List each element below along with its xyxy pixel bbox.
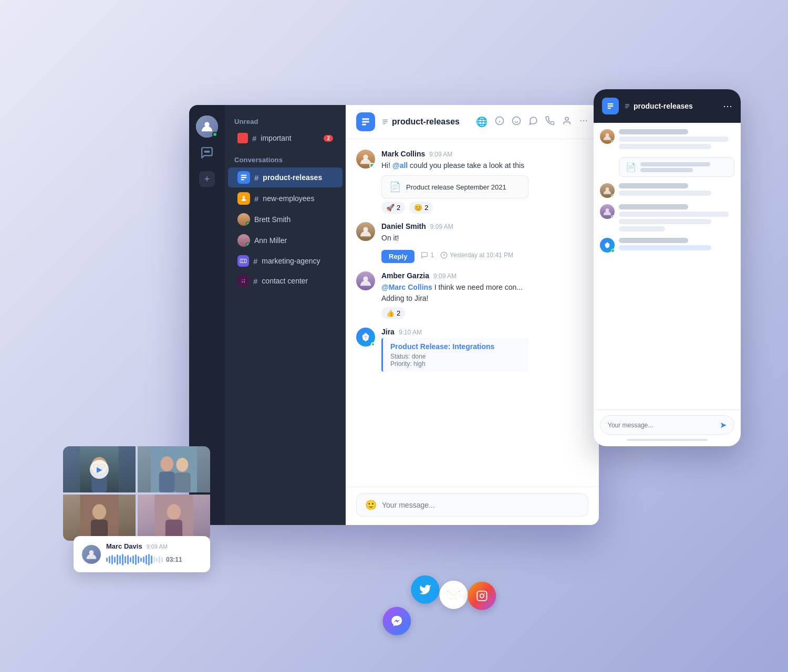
smile-emoji: 😊 xyxy=(414,204,422,212)
globe-icon[interactable]: 🌐 xyxy=(476,116,488,128)
messenger-icon[interactable] xyxy=(382,607,411,635)
reaction-thumbs[interactable]: 👍 2 xyxy=(381,307,405,319)
mobile-avatar-2 xyxy=(600,183,615,198)
social-icons-container xyxy=(382,586,496,614)
jira-card-title: Product Release: Integrations xyxy=(390,342,521,351)
attachment-card[interactable]: 📄 Product release September 2021 xyxy=(381,175,528,198)
sidebar-item-ann-miller[interactable]: Ann Miller xyxy=(228,230,343,250)
rocket-count: 2 xyxy=(397,204,400,212)
rocket-emoji: 🚀 xyxy=(386,204,395,212)
mobile-msg-3 xyxy=(600,204,734,232)
sidebar: Unread # important 2 Conversations # pro… xyxy=(225,105,346,525)
amber-garzia-content: Amber Garzia 9:09 AM @Marc Collins I thi… xyxy=(381,271,588,319)
audio-duration: 03:11 xyxy=(166,556,182,563)
reaction-rocket[interactable]: 🚀 2 xyxy=(381,202,405,214)
chat-input-box: 🙂 xyxy=(356,494,588,517)
mobile-avatar-1 xyxy=(600,129,615,144)
svg-point-3 xyxy=(208,151,209,152)
attachment-icon: 📄 xyxy=(389,181,401,193)
emoji-button[interactable]: 🙂 xyxy=(365,499,377,511)
daniel-smith-avatar xyxy=(356,222,375,241)
channel-header-icon xyxy=(356,112,375,131)
daniel-smith-time: 9:09 AM xyxy=(430,223,453,230)
svg-point-22 xyxy=(580,120,582,121)
message-jira: Jira 9:10 AM Product Release: Integratio… xyxy=(356,328,588,372)
amber-garzia-avatar xyxy=(356,271,375,290)
jira-avatar xyxy=(356,328,375,346)
svg-point-44 xyxy=(176,458,188,471)
svg-point-10 xyxy=(244,279,245,280)
important-label: important xyxy=(261,134,291,142)
thumbnail-2 xyxy=(138,446,210,492)
mobile-more-icon[interactable]: ⋯ xyxy=(723,100,732,112)
contact-icon[interactable] xyxy=(562,116,572,128)
thumbs-emoji: 👍 xyxy=(386,309,395,317)
gmail-icon[interactable] xyxy=(439,581,468,609)
svg-rect-14 xyxy=(362,124,366,125)
waveform xyxy=(106,553,163,566)
amber-garzia-name: Amber Garzia xyxy=(381,271,429,280)
messenger-wrapper xyxy=(382,586,411,614)
sidebar-item-marketing-agency[interactable]: # marketing-agency xyxy=(228,251,343,270)
twitter-wrapper xyxy=(411,575,439,604)
svg-point-2 xyxy=(206,151,208,152)
new-employees-icon xyxy=(237,192,250,205)
mobile-doc-lines xyxy=(640,162,728,172)
thumbnail-3 xyxy=(63,495,136,541)
thumbnails-grid: ▶ xyxy=(63,446,210,541)
mark-collins-time: 9:09 AM xyxy=(429,151,452,158)
jira-priority: Priority: high xyxy=(390,360,521,368)
mark-collins-name: Mark Collins xyxy=(381,150,425,158)
mobile-message-input[interactable] xyxy=(608,422,716,429)
daniel-smith-text: On it! xyxy=(381,233,588,244)
conversations-section-label: Conversations xyxy=(225,152,346,167)
ann-miller-label: Ann Miller xyxy=(254,236,287,245)
svg-point-1 xyxy=(205,151,206,152)
time-meta: Yesterday at 10:41 PM xyxy=(440,251,513,259)
svg-point-42 xyxy=(160,456,173,471)
info-icon[interactable] xyxy=(495,116,504,128)
thumbnail-1[interactable]: ▶ xyxy=(63,446,136,492)
more-icon[interactable] xyxy=(579,116,588,128)
mobile-msg-1 xyxy=(600,129,734,149)
jira-time: 9:10 AM xyxy=(399,329,422,336)
messages-area: Mark Collins 9:09 AM Hi! @all could you … xyxy=(346,139,599,487)
sidebar-item-important[interactable]: # important 2 xyxy=(228,129,343,147)
important-badge: 2 xyxy=(324,135,333,142)
important-icon xyxy=(237,133,248,143)
mobile-doc-icon: 📄 xyxy=(626,162,636,172)
sidebar-item-new-employees[interactable]: # new-employees xyxy=(228,188,343,208)
product-releases-icon xyxy=(237,171,250,184)
chat-icon[interactable] xyxy=(200,146,214,163)
mobile-input-area: ➤ xyxy=(594,410,741,446)
thumbnail-4 xyxy=(138,495,210,541)
add-button[interactable]: + xyxy=(199,171,215,187)
reaction-smile[interactable]: 😊 2 xyxy=(409,202,433,214)
twitter-icon[interactable] xyxy=(411,575,439,604)
mobile-header-icon xyxy=(602,98,619,114)
message-input[interactable] xyxy=(382,501,579,509)
instagram-icon[interactable] xyxy=(468,582,496,610)
slack-icon xyxy=(237,275,249,287)
sidebar-item-contact-center[interactable]: # contact center xyxy=(228,271,343,290)
chat-area: product-releases 🌐 xyxy=(346,105,599,525)
reply-button[interactable]: Reply xyxy=(381,250,414,263)
sidebar-item-product-releases[interactable]: # product-releases xyxy=(228,167,343,187)
whatsapp-icon[interactable] xyxy=(528,116,538,128)
phone-icon[interactable] xyxy=(545,116,555,128)
emoji-icon[interactable] xyxy=(512,116,521,128)
mobile-jira-avatar xyxy=(600,238,615,253)
mobile-send-button[interactable]: ➤ xyxy=(720,420,727,430)
jira-content: Jira 9:10 AM Product Release: Integratio… xyxy=(381,328,588,372)
audio-sender-name: Marc Davis xyxy=(106,542,142,550)
mention-marc: @Marc Collins xyxy=(381,283,432,291)
jira-card[interactable]: Product Release: Integrations Status: do… xyxy=(381,338,528,372)
svg-rect-13 xyxy=(362,121,369,123)
svg-point-24 xyxy=(586,120,587,121)
play-button[interactable]: ▶ xyxy=(90,460,109,479)
user-avatar[interactable] xyxy=(196,116,218,138)
mobile-doc-card: 📄 xyxy=(619,158,734,177)
mobile-msg-lines-2 xyxy=(619,183,734,198)
sidebar-item-brett-smith[interactable]: Brett Smith xyxy=(228,209,343,229)
svg-point-23 xyxy=(583,120,584,121)
